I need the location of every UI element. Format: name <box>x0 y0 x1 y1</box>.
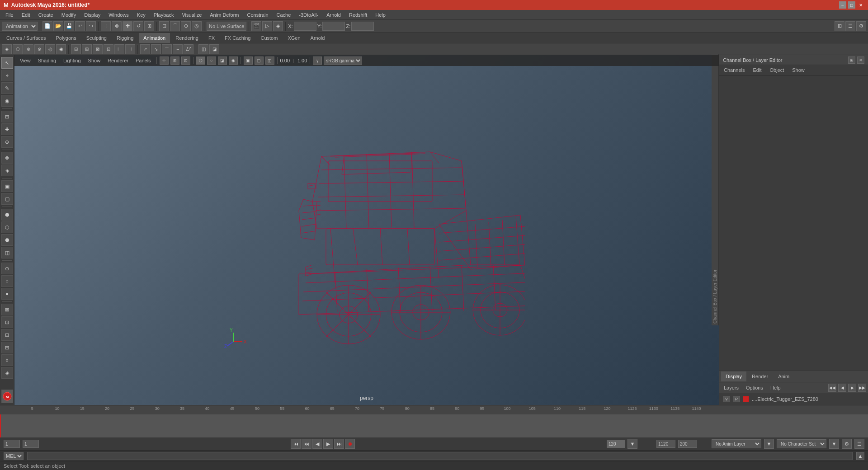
isolate-sel[interactable]: ⊙ <box>1 263 13 274</box>
res-btn-3[interactable]: ◫ <box>265 56 274 65</box>
pivot-btn[interactable]: ✚ <box>1 123 13 135</box>
layer-btn-1[interactable]: ⊠ <box>1 304 13 315</box>
orient-btn[interactable]: ⊕ <box>1 136 13 148</box>
select-tool-btn[interactable]: ⊹ <box>101 21 111 31</box>
dtab-anim[interactable]: Anim <box>774 371 794 381</box>
res-btn-1[interactable]: ▣ <box>244 56 253 65</box>
tool-settings-btn[interactable]: ⚙ <box>856 21 866 31</box>
anim-tool-1[interactable]: ⊟ <box>71 44 81 54</box>
menu-3dtall[interactable]: -3DtoAll- <box>295 11 322 19</box>
command-input[interactable] <box>27 452 853 460</box>
ghost-tool-1[interactable]: ◫ <box>198 44 208 54</box>
curve-tool-4[interactable]: ⌣ <box>173 44 183 54</box>
layer-btn-2[interactable]: ⊡ <box>1 316 13 328</box>
camera-btn-2[interactable]: ⊞ <box>170 56 179 65</box>
display-texture[interactable]: ◪ <box>218 56 227 65</box>
tab-fx[interactable]: FX <box>204 33 219 43</box>
key-tool-5[interactable]: ◎ <box>45 44 55 54</box>
anim-layer-options[interactable]: ▼ <box>764 439 774 449</box>
panel-close-btn[interactable]: ✕ <box>857 56 864 64</box>
select-tool[interactable]: ↖ <box>1 57 13 69</box>
key-tool-2[interactable]: ⬡ <box>13 44 23 54</box>
layer-btn-5[interactable]: ◊ <box>1 354 13 366</box>
menu-create[interactable]: Create <box>35 11 57 19</box>
layers-options[interactable]: Options <box>743 384 766 391</box>
display-wire[interactable]: ⬡ <box>196 56 205 65</box>
display-smooth[interactable]: ○ <box>207 56 216 65</box>
timeline-prefs-btn[interactable]: ⚙ <box>842 439 852 449</box>
range-end-2[interactable] <box>678 440 697 448</box>
menu-visualize[interactable]: Visualize <box>178 11 205 19</box>
timeline-track[interactable] <box>0 414 868 437</box>
channel-box-btn[interactable]: ⊞ <box>835 21 844 31</box>
anim-layer-select[interactable]: No Anim Layer <box>712 439 761 448</box>
workspace-select[interactable]: Animation Modeling Rigging <box>2 22 38 31</box>
camera-btn-3[interactable]: ⊡ <box>181 56 190 65</box>
viewport-menu-lighting[interactable]: Lighting <box>61 57 84 64</box>
menu-anim-deform[interactable]: Anim Deform <box>206 11 242 19</box>
viewport[interactable]: View Shading Lighting Show Renderer Pane… <box>14 55 719 405</box>
curve-tool-5[interactable]: ⌰ <box>184 44 193 54</box>
playback-play-fwd[interactable]: ▶ <box>323 439 333 449</box>
maximize-button[interactable]: □ <box>848 1 855 9</box>
soft-sel[interactable]: ◉ <box>1 95 13 107</box>
render-region[interactable]: ▢ <box>1 193 13 205</box>
viewport-menu-panels[interactable]: Panels <box>133 57 154 64</box>
layer-next-single-btn[interactable]: ▶ <box>848 384 856 392</box>
playback-auto-key[interactable]: ⏺ <box>345 439 355 449</box>
close-button[interactable]: ✕ <box>857 1 864 9</box>
tab-edit[interactable]: Edit <box>750 66 764 74</box>
layer-prev-single-btn[interactable]: ◀ <box>838 384 846 392</box>
menu-cache[interactable]: Cache <box>273 11 295 19</box>
layer-btn-6[interactable]: ◈ <box>1 367 13 379</box>
layer-playback-btn[interactable]: P <box>733 396 740 402</box>
snap-grid-btn[interactable]: ⊡ <box>159 21 169 31</box>
snap-curve-btn[interactable]: ⌒ <box>170 21 180 31</box>
layers-help[interactable]: Help <box>768 384 783 391</box>
tab-animation[interactable]: Animation <box>139 33 170 43</box>
curve-tool-2[interactable]: ↘ <box>151 44 161 54</box>
curve-tool-1[interactable]: ↗ <box>140 44 150 54</box>
menu-file[interactable]: File <box>2 11 17 19</box>
component-mode-3[interactable]: ⬣ <box>1 234 13 246</box>
key-tool-4[interactable]: ⊗ <box>34 44 44 54</box>
ipr-btn[interactable]: ▷ <box>262 21 272 31</box>
scale-tool-btn[interactable]: ⊞ <box>144 21 154 31</box>
dtab-render[interactable]: Render <box>747 371 773 381</box>
layer-visibility-btn[interactable]: V <box>723 396 730 402</box>
layer-prev-btn[interactable]: ◀◀ <box>828 384 836 392</box>
gamma-select[interactable]: sRGB gamma <box>324 56 362 65</box>
layers-menu[interactable]: Layers <box>721 384 741 391</box>
range-end-input[interactable] <box>607 440 625 448</box>
display-render-btn[interactable]: ◈ <box>273 21 283 31</box>
save-scene-btn[interactable]: 💾 <box>64 21 74 31</box>
cmd-history-btn[interactable]: ▲ <box>856 452 864 460</box>
snap-btn[interactable]: ⊞ <box>1 111 13 122</box>
tab-sculpting[interactable]: Sculpting <box>82 33 111 43</box>
viewport-menu-show[interactable]: Show <box>85 57 104 64</box>
menu-constrain[interactable]: Constrain <box>243 11 272 19</box>
timeline-extra-btn[interactable]: ☰ <box>854 439 864 449</box>
tab-polygons[interactable]: Polygons <box>51 33 80 43</box>
playback-go-start[interactable]: ⏮ <box>291 439 301 449</box>
anim-tool-4[interactable]: ⊡ <box>104 44 113 54</box>
tab-channels[interactable]: Channels <box>721 66 747 74</box>
anim-tool-6[interactable]: ⊣ <box>125 44 135 54</box>
char-set-select[interactable]: No Character Set <box>777 439 826 448</box>
layer-color-swatch[interactable] <box>743 396 749 402</box>
key-tool-6[interactable]: ◉ <box>56 44 66 54</box>
rotate-tool-btn[interactable]: ↺ <box>133 21 143 31</box>
display-light[interactable]: ◉ <box>229 56 238 65</box>
layer-next-btn[interactable]: ▶▶ <box>858 384 866 392</box>
script-type-select[interactable]: MEL Python <box>4 452 24 460</box>
viewport-menu-renderer[interactable]: Renderer <box>105 57 131 64</box>
menu-redshift[interactable]: Redshift <box>345 11 371 19</box>
tab-show[interactable]: Show <box>789 66 807 74</box>
new-scene-btn[interactable]: 📄 <box>42 21 52 31</box>
playback-go-end[interactable]: ⏭ <box>334 439 344 449</box>
component-mode-1[interactable]: ⬢ <box>1 209 13 221</box>
attr-editor-btn[interactable]: ☰ <box>845 21 855 31</box>
res-btn-2[interactable]: ▢ <box>255 56 264 65</box>
component-mode-4[interactable]: ◫ <box>1 247 13 258</box>
transform-y-input[interactable] <box>322 22 345 31</box>
